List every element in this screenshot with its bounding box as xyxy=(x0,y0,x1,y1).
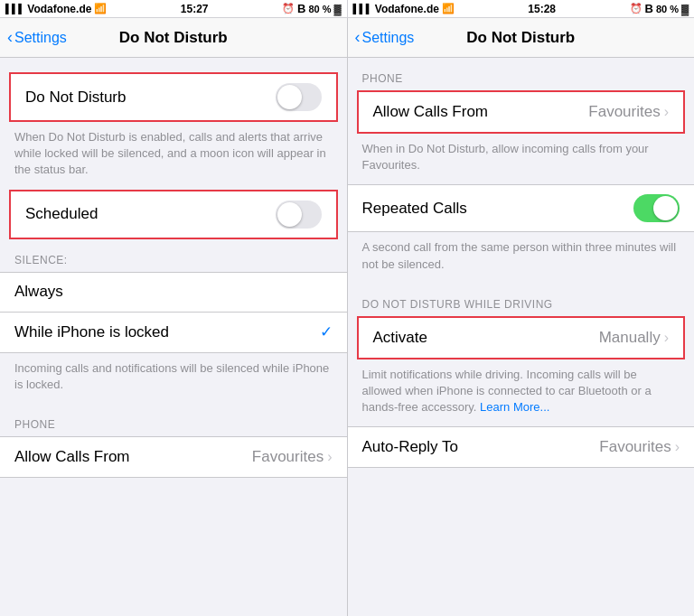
alarm-icon: ⏰ xyxy=(282,3,295,14)
right-icons-right: ⏰ B 80 % ▓ xyxy=(630,2,689,15)
allow-calls-chevron-left: › xyxy=(327,449,332,465)
back-button-left[interactable]: ‹ Settings xyxy=(7,28,67,47)
activate-row[interactable]: Activate Manually › xyxy=(359,318,684,358)
bluetooth-icon: B xyxy=(297,2,305,15)
carrier-name-right: Vodafone.de xyxy=(375,3,439,15)
activate-label: Activate xyxy=(373,329,599,347)
scheduled-toggle-knob xyxy=(277,202,302,227)
status-bar-right: ▌▌▌ Vodafone.de 📶 15:28 ⏰ B 80 % ▓ xyxy=(347,0,695,18)
content-right: PHONE Allow Calls From Favourites › When… xyxy=(348,58,695,616)
always-row[interactable]: Always xyxy=(0,273,347,313)
dnd-label: Do Not Disturb xyxy=(25,89,276,107)
silence-header: SILENCE: xyxy=(0,239,347,272)
nav-bar-right: ‹ Settings Do Not Disturb xyxy=(348,18,695,58)
auto-reply-group: Auto-Reply To Favourites › xyxy=(348,426,695,468)
battery-icon-right: ▓ xyxy=(681,4,689,14)
back-chevron-right: ‹ xyxy=(355,28,361,47)
auto-reply-chevron: › xyxy=(675,439,680,455)
time-right: 15:28 xyxy=(528,3,556,15)
always-label: Always xyxy=(14,283,333,301)
while-locked-row[interactable]: While iPhone is locked ✓ xyxy=(0,313,347,352)
back-label-left: Settings xyxy=(14,30,67,46)
right-icons-left: ⏰ B 80 % ▓ xyxy=(282,2,342,15)
signal-icon-right: ▌▌▌ xyxy=(353,4,372,14)
repeated-calls-label: Repeated Calls xyxy=(362,200,634,218)
carrier-name: Vodafone.de xyxy=(27,3,91,15)
activate-value: Manually xyxy=(599,329,661,347)
page-title-left: Do Not Disturb xyxy=(119,29,228,47)
auto-reply-row[interactable]: Auto-Reply To Favourites › xyxy=(348,427,695,467)
content-left: Do Not Disturb When Do Not Disturb is en… xyxy=(0,58,347,616)
repeated-calls-description: A second call from the same person withi… xyxy=(348,232,695,283)
screen-left: ‹ Settings Do Not Disturb Do Not Disturb… xyxy=(0,18,347,616)
scheduled-toggle-group: Scheduled xyxy=(9,190,338,239)
allow-calls-label-left: Allow Calls From xyxy=(14,448,252,466)
right-left-icons: ▌▌▌ Vodafone.de 📶 xyxy=(353,3,455,15)
while-locked-label: While iPhone is locked xyxy=(14,323,320,341)
scheduled-toggle[interactable] xyxy=(276,201,322,229)
dnd-toggle-group: Do Not Disturb xyxy=(9,72,338,122)
back-chevron-left: ‹ xyxy=(7,28,13,47)
allow-calls-value-left: Favourites xyxy=(252,448,324,466)
allow-calls-label-right: Allow Calls From xyxy=(373,103,589,121)
screen-right: ‹ Settings Do Not Disturb PHONE Allow Ca… xyxy=(347,18,695,616)
status-bar-left: ▌▌▌ Vodafone.de 📶 15:27 ⏰ B 80 % ▓ xyxy=(0,0,347,18)
alarm-icon-right: ⏰ xyxy=(630,3,642,14)
auto-reply-label: Auto-Reply To xyxy=(362,438,600,456)
allow-calls-group-left: Allow Calls From Favourites › xyxy=(0,436,347,478)
dnd-driving-group: Activate Manually › xyxy=(357,316,686,359)
dnd-description: When Do Not Disturb is enabled, calls an… xyxy=(0,122,347,190)
signal-icon: ▌▌▌ xyxy=(5,4,24,14)
silence-description: Incoming calls and notifications will be… xyxy=(0,353,347,404)
auto-reply-value: Favourites xyxy=(599,438,671,456)
wifi-icon-right: 📶 xyxy=(442,3,455,14)
back-label-right: Settings xyxy=(362,30,415,46)
bluetooth-icon-right: B xyxy=(645,2,653,15)
dnd-toggle-knob xyxy=(277,85,302,109)
phone-header-left: PHONE xyxy=(0,404,347,436)
scheduled-toggle-row[interactable]: Scheduled xyxy=(11,191,336,238)
dnd-toggle-row[interactable]: Do Not Disturb xyxy=(11,74,336,120)
repeated-calls-row[interactable]: Repeated Calls xyxy=(348,185,695,231)
while-locked-check: ✓ xyxy=(320,322,333,341)
activate-chevron: › xyxy=(664,330,669,346)
silence-options-group: Always While iPhone is locked ✓ xyxy=(0,272,347,353)
repeated-calls-toggle[interactable] xyxy=(633,194,680,222)
page-title-right: Do Not Disturb xyxy=(466,29,575,47)
allow-calls-description: When in Do Not Disturb, allow incoming c… xyxy=(348,134,695,184)
allow-calls-group-right: Allow Calls From Favourites › xyxy=(357,90,686,134)
allow-calls-row-left[interactable]: Allow Calls From Favourites › xyxy=(0,437,347,477)
battery-text: 80 % xyxy=(308,4,331,14)
allow-calls-chevron-right: › xyxy=(664,104,669,120)
allow-calls-value-right: Favourites xyxy=(588,103,660,121)
status-bars: ▌▌▌ Vodafone.de 📶 15:27 ⏰ B 80 % ▓ ▌▌▌ V… xyxy=(0,0,694,18)
screens: ‹ Settings Do Not Disturb Do Not Disturb… xyxy=(0,18,694,616)
battery-icon: ▓ xyxy=(333,4,341,14)
learn-more-link[interactable]: Learn More... xyxy=(480,400,549,414)
back-button-right[interactable]: ‹ Settings xyxy=(355,28,415,47)
allow-calls-row-right[interactable]: Allow Calls From Favourites › xyxy=(359,92,684,132)
phone-header-right: PHONE xyxy=(348,58,695,90)
wifi-icon: 📶 xyxy=(94,3,107,14)
repeated-calls-group: Repeated Calls xyxy=(348,184,695,232)
left-icons: ▌▌▌ Vodafone.de 📶 xyxy=(5,3,107,15)
repeated-calls-knob xyxy=(653,196,678,220)
battery-text-right: 80 % xyxy=(656,4,679,14)
dnd-driving-description: Limit notifications while driving. Incom… xyxy=(348,359,695,427)
dnd-toggle[interactable] xyxy=(276,83,322,111)
nav-bar-left: ‹ Settings Do Not Disturb xyxy=(0,18,347,58)
time-left: 15:27 xyxy=(181,3,209,15)
dnd-driving-header: DO NOT DISTURB WHILE DRIVING xyxy=(348,284,695,316)
scheduled-label: Scheduled xyxy=(25,205,276,223)
